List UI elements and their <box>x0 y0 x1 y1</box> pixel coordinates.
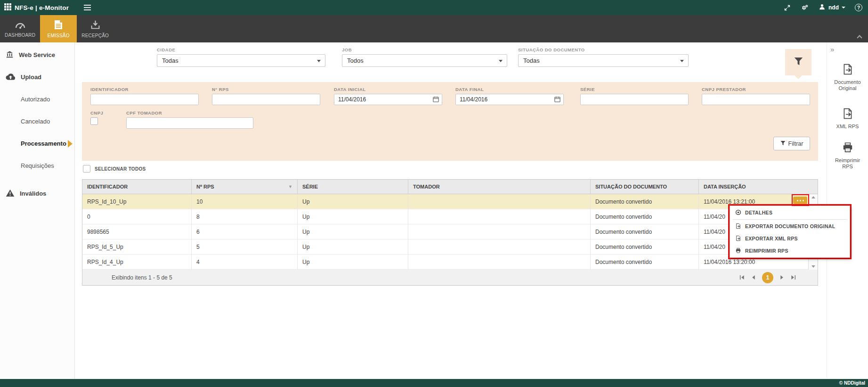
data-inicial-input[interactable] <box>334 94 442 105</box>
username-label: ndd <box>828 4 839 11</box>
scroll-down-icon[interactable] <box>811 265 815 268</box>
table-row[interactable]: RPS_Id_10_Up 10 Up Documento convertido … <box>82 194 808 209</box>
nrps-input[interactable] <box>212 94 320 105</box>
sidebar-item-autorizado[interactable]: Autorizado <box>0 88 74 110</box>
menu-item-label: REIMPRIMIR RPS <box>745 248 788 254</box>
calendar-icon[interactable] <box>554 96 561 105</box>
sidebar-item-processamento[interactable]: Processamento <box>0 132 74 155</box>
tab-label: RECEPÇÃO <box>81 33 109 38</box>
help-icon[interactable]: ? <box>855 4 862 11</box>
sort-caret-icon[interactable]: ▼ <box>288 184 292 189</box>
cell-serie: Up <box>298 255 408 269</box>
tab-dashboard[interactable]: DASHBOARD <box>0 15 40 42</box>
gauge-icon <box>15 20 26 30</box>
export-icon <box>735 223 741 230</box>
export-xml-rps-button[interactable]: XML RPS <box>827 107 868 130</box>
calendar-icon[interactable] <box>432 96 439 105</box>
filtrar-button[interactable]: Filtrar <box>773 137 810 150</box>
toolbar-item-label: XML RPS <box>831 124 865 130</box>
sidebar-item-web-service[interactable]: Web Service <box>0 44 74 66</box>
expand-panel-icon[interactable]: » <box>830 45 833 53</box>
cell-identificador: RPS_Id_4_Up <box>82 255 192 269</box>
filtrar-button-label: Filtrar <box>788 140 803 147</box>
warning-icon <box>6 189 15 198</box>
cell-tomador <box>408 255 591 269</box>
cnpj-label: CNPJ <box>90 110 103 115</box>
toolbar-item-label: Documento Original <box>831 79 865 91</box>
filter-toggle-button[interactable] <box>785 49 811 75</box>
situacao-field: SITUAÇÃO DO DOCUMENTO Todas <box>518 47 689 67</box>
table-row[interactable]: RPS_Id_4_Up 4 Up Documento convertido 11… <box>82 255 808 270</box>
tab-label: EMISSÃO <box>48 33 70 38</box>
column-header-situacao[interactable]: SITUAÇÃO DO DOCUMENTO <box>591 180 699 194</box>
row-actions-ellipsis-button[interactable] <box>793 197 807 204</box>
tab-recepcao[interactable]: RECEPÇÃO <box>77 15 114 42</box>
sidebar-item-requisicoes[interactable]: Requisições <box>0 155 74 177</box>
cell-tomador <box>408 194 591 209</box>
sidebar-item-upload[interactable]: Upload <box>0 66 74 88</box>
situacao-select[interactable]: Todas <box>518 54 689 67</box>
export-documento-original-button[interactable]: Documento Original <box>827 63 868 91</box>
table-row[interactable]: 0 8 Up Documento convertido 11/04/20 <box>82 209 808 224</box>
cidade-select[interactable]: Todas <box>157 54 325 67</box>
user-icon <box>819 3 826 12</box>
table-row[interactable]: 9898565 6 Up Documento convertido 11/04/… <box>82 224 808 239</box>
cpf-tomador-input[interactable] <box>126 117 253 129</box>
last-page-button[interactable] <box>791 275 796 280</box>
document-icon <box>54 20 63 31</box>
cidade-field: CIDADE Todas <box>157 47 325 67</box>
menu-item-exportar-documento-original[interactable]: EXPORTAR DOCUMENTO ORIGINAL <box>730 220 850 232</box>
cell-nrps: 6 <box>192 224 298 239</box>
job-value: Todos <box>347 57 364 64</box>
top-bar: NFS-e | e-Monitor <box>0 0 868 15</box>
cidade-label: CIDADE <box>157 47 325 52</box>
column-header-identificador[interactable]: IDENTIFICADOR <box>82 180 192 194</box>
serie-input[interactable] <box>580 94 689 105</box>
sidebar-item-label: Processamento <box>21 140 66 147</box>
cidade-value: Todas <box>162 57 178 64</box>
current-page-badge[interactable]: 1 <box>762 272 773 283</box>
menu-item-exportar-xml-rps[interactable]: EXPORTAR XML RPS <box>730 232 850 245</box>
select-all-checkbox[interactable] <box>83 165 90 173</box>
scroll-up-icon[interactable] <box>811 196 815 198</box>
sidebar-item-label: Autorizado <box>21 96 50 103</box>
data-final-field: DATA FINAL <box>455 87 564 105</box>
situacao-label: SITUAÇÃO DO DOCUMENTO <box>518 47 689 52</box>
job-select[interactable]: Todos <box>342 54 507 67</box>
menu-item-detalhes[interactable]: DETALHES <box>730 206 850 219</box>
situacao-value: Todas <box>523 57 540 64</box>
next-page-button[interactable] <box>779 275 785 280</box>
column-header-data-insercao[interactable]: DATA INSERÇÃO <box>699 180 808 194</box>
reimprimir-rps-button[interactable]: Reimprimir RPS <box>827 141 868 170</box>
cnpj-prestador-input[interactable] <box>702 94 810 105</box>
cell-tomador <box>408 209 591 224</box>
column-header-tomador[interactable]: TOMADOR <box>408 180 591 194</box>
cnpj-checkbox[interactable] <box>90 117 98 125</box>
data-final-input[interactable] <box>455 94 564 105</box>
fullscreen-icon[interactable] <box>784 4 791 11</box>
app-logo: NFS-e | e-Monitor <box>4 3 69 12</box>
first-page-button[interactable] <box>739 275 745 280</box>
previous-page-button[interactable] <box>751 275 756 280</box>
menu-item-reimprimir-rps[interactable]: REIMPRIMIR RPS <box>730 245 850 257</box>
collapse-toolbar-icon[interactable] <box>857 35 862 40</box>
column-header-label: DATA INSERÇÃO <box>704 184 746 189</box>
nrps-field: N° RPS <box>212 87 320 105</box>
table-row[interactable]: RPS_Id_5_Up 5 Up Documento convertido 11… <box>82 239 808 255</box>
user-menu[interactable]: ndd <box>819 3 845 12</box>
gears-icon[interactable] <box>800 4 809 12</box>
annotation-highlight-context-menu: DETALHES EXPORTAR DOCUMENTO ORIGINAL EXP… <box>728 204 852 259</box>
sidebar-item-invalidos[interactable]: Inválidos <box>0 182 74 205</box>
menu-item-label: DETALHES <box>745 210 772 215</box>
cloud-upload-icon <box>6 73 16 82</box>
cell-identificador: 9898565 <box>82 224 192 239</box>
sidebar-item-label: Inválidos <box>20 190 46 197</box>
column-header-nrps[interactable]: Nº RPS ▼ <box>192 180 298 194</box>
hamburger-icon[interactable] <box>84 3 91 12</box>
tab-emissao[interactable]: EMISSÃO <box>40 15 77 42</box>
column-header-serie[interactable]: SÉRIE <box>298 180 408 194</box>
sidebar-item-cancelado[interactable]: Cancelado <box>0 110 74 132</box>
pagination: 1 <box>739 272 796 283</box>
identificador-field: IDENTIFICADOR <box>90 87 199 105</box>
identificador-input[interactable] <box>90 94 199 105</box>
